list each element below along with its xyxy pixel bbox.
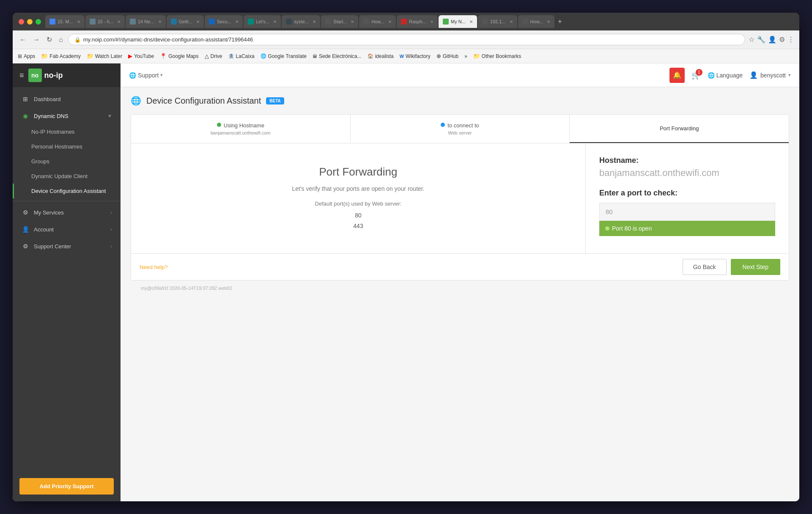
port-input-wrapper: Port 80 is open <box>599 203 775 236</box>
tab-8[interactable]: Start...✕ <box>321 15 358 28</box>
logo-text: no-ip <box>44 71 63 80</box>
sidebar: ≡ no no-ip ⊞ Dashboard ◉ Dynamic DNS ▼ <box>13 63 121 501</box>
dynamic-dns-icon: ◉ <box>21 113 30 119</box>
reload-button[interactable]: ↻ <box>45 35 54 44</box>
maximize-button[interactable] <box>36 19 41 25</box>
tab-7[interactable]: syste...✕ <box>282 15 320 28</box>
support-button[interactable]: 🌐 Support ▾ <box>129 72 163 79</box>
sidebar-item-personal-hostnames[interactable]: Personal Hostnames <box>13 139 121 154</box>
bookmark-more[interactable]: » <box>464 53 467 59</box>
sidebar-item-noip-hostnames[interactable]: No-IP Hostnames <box>13 124 121 139</box>
add-priority-support-button[interactable]: Add Priority Support <box>19 478 114 495</box>
step-3-label: Port Forwarding <box>660 125 699 132</box>
default-ports-label: Default port(s) used by Web server: <box>315 201 402 207</box>
url-text: my.noip.com/#!/dynamic-dns/device-config… <box>83 36 253 43</box>
notification-button[interactable]: 🔔 <box>669 68 685 83</box>
port-numbers: 80 443 <box>353 210 363 231</box>
language-button[interactable]: 🌐 Language <box>708 72 743 79</box>
wiki-icon: W <box>400 54 404 59</box>
new-tab-button[interactable]: + <box>555 18 564 25</box>
logo-icon: no <box>28 69 42 82</box>
tab-11-active[interactable]: My N...✕ <box>439 15 477 28</box>
account-icon: 👤 <box>21 226 30 233</box>
groups-label: Groups <box>31 158 49 165</box>
back-button[interactable]: ← <box>18 35 28 44</box>
bookmark-fab-academy[interactable]: 📁 Fab Academy <box>41 53 80 59</box>
bookmark-lacaixa[interactable]: 🏦 LaCaixa <box>228 53 255 59</box>
sidebar-item-account[interactable]: 👤 Account › <box>13 221 121 238</box>
gov-icon: 🏛 <box>313 54 317 59</box>
sidebar-item-dashboard[interactable]: ⊞ Dashboard <box>13 91 121 107</box>
tab-2[interactable]: 15 - h...✕ <box>85 15 125 28</box>
bookmarks-bar: ⊞ Apps 📁 Fab Academy 📁 Watch Later ▶ You… <box>13 49 799 63</box>
tab-5[interactable]: Secu...✕ <box>205 15 243 28</box>
wizard-card: Using Hostname banjamanscatt.onthewifi.c… <box>131 114 789 280</box>
drive-icon: △ <box>205 53 209 59</box>
bank-icon: 🏦 <box>228 53 234 59</box>
beta-badge: BETA <box>266 97 284 104</box>
hamburger-menu[interactable]: ≡ <box>19 71 24 80</box>
bookmark-google-translate[interactable]: 🌐 Google Translate <box>261 53 307 59</box>
port-check-label: Enter a port to check: <box>599 189 775 198</box>
cart-wrapper: 🛒 1 <box>691 71 701 80</box>
profile-icon[interactable]: 👤 <box>768 36 776 44</box>
my-services-label: My Services <box>34 209 64 216</box>
account-label: Account <box>34 226 54 233</box>
wizard-step-3: Port Forwarding <box>570 115 789 143</box>
sidebar-header: ≡ no no-ip <box>13 63 121 87</box>
bookmark-github[interactable]: ⊗ GitHub <box>436 53 458 59</box>
url-bar[interactable]: 🔒 my.noip.com/#!/dynamic-dns/device-conf… <box>68 34 745 45</box>
sidebar-item-groups[interactable]: Groups <box>13 154 121 169</box>
bookmark-drive[interactable]: △ Drive <box>205 53 222 59</box>
forward-button[interactable]: → <box>31 35 41 44</box>
bookmark-icon[interactable]: ☆ <box>749 36 754 44</box>
sidebar-item-my-services[interactable]: ⚙ My Services › <box>13 204 121 221</box>
menu-icon[interactable]: ⋮ <box>787 36 794 44</box>
bookmark-sede[interactable]: 🏛 Sede Electrónica... <box>313 53 362 59</box>
bookmark-google-maps[interactable]: 📍 Google Maps <box>160 53 198 59</box>
tab-12[interactable]: 192.1...✕ <box>478 15 517 28</box>
port-80: 80 <box>353 210 363 221</box>
tab-6[interactable]: Let's...✕ <box>244 15 281 28</box>
tab-3[interactable]: 14 Ne...✕ <box>126 15 166 28</box>
sidebar-item-support-center[interactable]: ⚙ Support Center › <box>13 238 121 255</box>
github-icon: ⊗ <box>436 53 441 59</box>
tab-10[interactable]: Rasph...✕ <box>397 15 438 28</box>
sidebar-item-dynamic-dns[interactable]: ◉ Dynamic DNS ▼ <box>13 107 121 124</box>
home-button[interactable]: ⌂ <box>57 35 65 44</box>
bookmark-apps[interactable]: ⊞ Apps <box>18 53 35 59</box>
extensions-icon[interactable]: 🔧 <box>757 36 765 44</box>
bookmark-youtube[interactable]: ▶ YouTube <box>128 53 154 59</box>
user-menu-button[interactable]: 👤 benyscott ▾ <box>749 71 791 79</box>
bookmark-apps-label: Apps <box>24 53 35 59</box>
expand-icon: ▼ <box>107 113 112 118</box>
tab-1[interactable]: 15. M...✕ <box>45 15 85 28</box>
sidebar-item-duc[interactable]: Dynamic Update Client <box>13 169 121 184</box>
bookmark-other[interactable]: 📁 Other Bookmarks <box>473 53 521 59</box>
sidebar-item-dca[interactable]: Device Configuration Assistant <box>13 184 121 198</box>
minimize-button[interactable] <box>27 19 33 25</box>
tab-4[interactable]: Getti...✕ <box>167 15 204 28</box>
bookmark-idealista[interactable]: 🏠 idealista <box>368 53 394 59</box>
settings-icon[interactable]: ⚙ <box>779 36 785 44</box>
port-input[interactable] <box>599 203 775 221</box>
wizard-step-1: Using Hostname banjamanscatt.onthewifi.c… <box>131 115 351 143</box>
bookmark-wikifactory[interactable]: W Wikifactory <box>400 53 431 59</box>
top-header: 🌐 Support ▾ 🔔 🛒 1 🌐 Language <box>121 63 799 87</box>
go-back-button[interactable]: Go Back <box>683 259 727 275</box>
next-step-button[interactable]: Next Step <box>731 259 780 275</box>
step-1-dot <box>217 123 221 127</box>
close-button[interactable] <box>19 19 24 25</box>
tab-13[interactable]: How...✕ <box>518 15 555 28</box>
support-center-label: Support Center <box>34 243 71 250</box>
wizard-left-panel: Port Forwarding Let's verify that your p… <box>131 143 586 253</box>
tabs-bar: 15. M...✕ 15 - h...✕ 14 Ne...✕ Getti...✕… <box>45 15 793 28</box>
need-help-link[interactable]: Need help? <box>140 264 168 270</box>
tab-9[interactable]: How...✕ <box>359 15 396 28</box>
bookmark-watch-later[interactable]: 📁 Watch Later <box>87 53 122 59</box>
sidebar-item-dashboard-label: Dashboard <box>34 96 61 102</box>
page-globe-icon: 🌐 <box>131 96 141 106</box>
user-avatar-icon: 👤 <box>749 71 758 79</box>
wizard-step-2: to connect to Web server <box>351 115 570 143</box>
support-center-expand-icon: › <box>110 244 112 249</box>
